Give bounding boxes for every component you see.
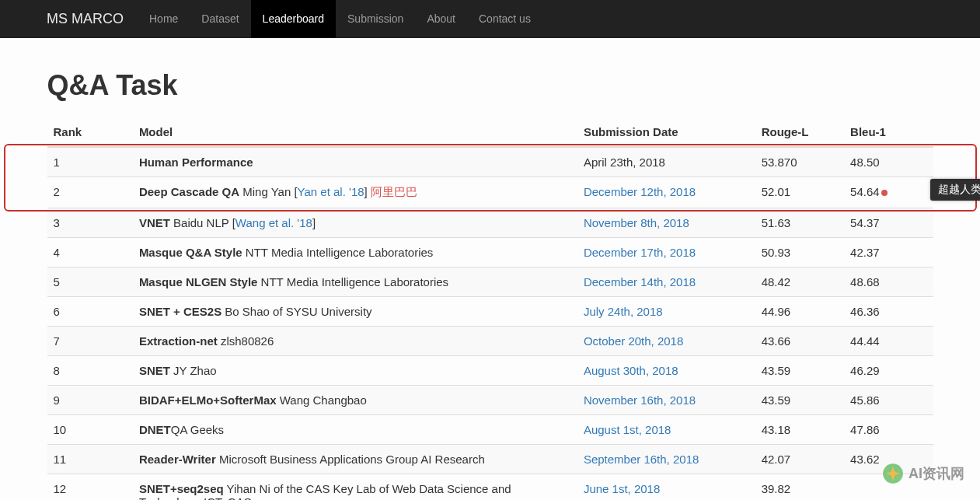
navbar: MS MARCO HomeDatasetLeaderboardSubmissio… bbox=[0, 0, 980, 38]
cell-bleu-1: 47.86 bbox=[844, 415, 933, 445]
nav-item-home[interactable]: Home bbox=[138, 0, 190, 38]
watermark-icon bbox=[882, 463, 904, 484]
brand[interactable]: MS MARCO bbox=[47, 11, 124, 27]
cell-rouge-l: 43.59 bbox=[755, 386, 844, 415]
cell-model: SNET + CES2S Bo Shao of SYSU University bbox=[133, 297, 577, 327]
nav-item-submission[interactable]: Submission bbox=[336, 0, 415, 38]
cell-rank: 5 bbox=[47, 267, 133, 297]
page-title: Q&A Task bbox=[47, 69, 933, 102]
model-affiliation: NTT Media Intelligence Laboratories bbox=[242, 246, 434, 259]
cell-bleu-1: 42.37 bbox=[844, 238, 933, 267]
table-header-row: Rank Model Submission Date Rouge-L Bleu-… bbox=[47, 117, 933, 147]
cell-model: Deep Cascade QA Ming Yan [Yan et al. '18… bbox=[133, 177, 577, 208]
indicator-dot-icon bbox=[881, 190, 888, 196]
citation-link[interactable]: Wang et al. '18 bbox=[235, 216, 312, 229]
model-affiliation: Bo Shao of SYSU University bbox=[221, 305, 371, 318]
table-row: 8SNET JY ZhaoAugust 30th, 201843.5946.29 bbox=[47, 356, 933, 386]
th-rank: Rank bbox=[47, 117, 133, 147]
nav-item-about[interactable]: About bbox=[415, 0, 467, 38]
table-row: 12SNET+seq2seq Yihan Ni of the CAS Key L… bbox=[47, 474, 933, 501]
tooltip-surpass-human: 超越人类 bbox=[930, 179, 981, 201]
table-row: 6SNET + CES2S Bo Shao of SYSU University… bbox=[47, 297, 933, 327]
table-row: 7Extraction-net zlsh80826October 20th, 2… bbox=[47, 327, 933, 356]
cell-rank: 12 bbox=[47, 474, 133, 501]
model-name: SNET bbox=[139, 364, 170, 377]
cell-rouge-l: 43.18 bbox=[755, 415, 844, 445]
table-row: 2Deep Cascade QA Ming Yan [Yan et al. '1… bbox=[47, 177, 933, 208]
nav-item-contact-us[interactable]: Contact us bbox=[467, 0, 542, 38]
main-container: Q&A Task Rank Model Submission Date Roug… bbox=[47, 38, 933, 500]
cell-bleu-1: 48.50 bbox=[844, 147, 933, 177]
th-date: Submission Date bbox=[577, 117, 755, 147]
model-name: DNET bbox=[139, 423, 171, 436]
cell-date[interactable]: December 17th, 2018 bbox=[577, 238, 755, 267]
model-name: Masque Q&A Style bbox=[139, 246, 242, 259]
cell-rank: 10 bbox=[47, 415, 133, 445]
cell-rouge-l: 42.07 bbox=[755, 445, 844, 474]
cell-rank: 6 bbox=[47, 297, 133, 327]
model-affiliation: Ming Yan [ bbox=[239, 185, 298, 198]
model-name: Human Performance bbox=[139, 156, 253, 169]
model-name: Masque NLGEN Style bbox=[139, 275, 258, 288]
cell-bleu-1: 54.37 bbox=[844, 208, 933, 238]
cell-rank: 3 bbox=[47, 208, 133, 238]
cell-model: SNET+seq2seq Yihan Ni of the CAS Key Lab… bbox=[133, 474, 577, 501]
cell-model: Reader-Writer Microsoft Business Applica… bbox=[133, 445, 577, 474]
model-name: VNET bbox=[139, 216, 170, 229]
cell-model: Human Performance bbox=[133, 147, 577, 177]
model-name: Deep Cascade QA bbox=[139, 185, 239, 198]
cell-date[interactable]: June 1st, 2018 bbox=[577, 474, 755, 501]
cell-rouge-l: 43.66 bbox=[755, 327, 844, 356]
cell-model: DNETQA Geeks bbox=[133, 415, 577, 445]
cell-rank: 2 bbox=[47, 177, 133, 208]
cell-rank: 1 bbox=[47, 147, 133, 177]
th-bleu: Bleu-1 bbox=[844, 117, 933, 147]
cell-model: VNET Baidu NLP [Wang et al. '18] bbox=[133, 208, 577, 238]
org-link[interactable]: 阿里巴巴 bbox=[371, 185, 417, 198]
table-row: 11Reader-Writer Microsoft Business Appli… bbox=[47, 445, 933, 474]
model-name: SNET + CES2S bbox=[139, 305, 221, 318]
cell-rouge-l: 50.93 bbox=[755, 238, 844, 267]
model-affiliation: Microsoft Business Applications Group AI… bbox=[216, 453, 485, 466]
citation-link[interactable]: Yan et al. '18 bbox=[298, 185, 364, 198]
cell-model: SNET JY Zhao bbox=[133, 356, 577, 386]
cell-date[interactable]: December 14th, 2018 bbox=[577, 267, 755, 297]
cell-date: April 23th, 2018 bbox=[577, 147, 755, 177]
cell-date[interactable]: December 12th, 2018 bbox=[577, 177, 755, 208]
cell-model: Extraction-net zlsh80826 bbox=[133, 327, 577, 356]
cell-rank: 7 bbox=[47, 327, 133, 356]
model-affiliation: JY Zhao bbox=[170, 364, 217, 377]
cell-bleu-1: 48.68 bbox=[844, 267, 933, 297]
cell-date[interactable]: August 30th, 2018 bbox=[577, 356, 755, 386]
cell-rank: 4 bbox=[47, 238, 133, 267]
cell-date[interactable]: November 16th, 2018 bbox=[577, 386, 755, 415]
model-affiliation: Baidu NLP [ bbox=[170, 216, 235, 229]
nav-item-leaderboard[interactable]: Leaderboard bbox=[251, 0, 336, 38]
table-body: 1Human PerformanceApril 23th, 201853.870… bbox=[47, 147, 933, 500]
cell-bleu-1: 44.44 bbox=[844, 327, 933, 356]
watermark-text: AI资讯网 bbox=[909, 464, 964, 483]
model-affiliation: QA Geeks bbox=[171, 423, 224, 436]
cell-rouge-l: 48.42 bbox=[755, 267, 844, 297]
cell-date[interactable]: October 20th, 2018 bbox=[577, 327, 755, 356]
model-name: Extraction-net bbox=[139, 334, 218, 348]
th-rouge: Rouge-L bbox=[755, 117, 844, 147]
table-row: 3VNET Baidu NLP [Wang et al. '18]Novembe… bbox=[47, 208, 933, 238]
cell-bleu-1: 45.86 bbox=[844, 386, 933, 415]
watermark: AI资讯网 bbox=[882, 463, 964, 484]
cell-model: BIDAF+ELMo+SofterMax Wang Changbao bbox=[133, 386, 577, 415]
cell-bleu-1: 46.29 bbox=[844, 356, 933, 386]
cell-date[interactable]: November 8th, 2018 bbox=[577, 208, 755, 238]
cell-rouge-l: 39.82 bbox=[755, 474, 844, 501]
model-affiliation: Wang Changbao bbox=[277, 393, 367, 407]
cell-date[interactable]: September 16th, 2018 bbox=[577, 445, 755, 474]
th-model: Model bbox=[133, 117, 577, 147]
cell-bleu-1: 46.36 bbox=[844, 297, 933, 327]
cell-date[interactable]: August 1st, 2018 bbox=[577, 415, 755, 445]
table-row: 1Human PerformanceApril 23th, 201853.870… bbox=[47, 147, 933, 177]
cell-date[interactable]: July 24th, 2018 bbox=[577, 297, 755, 327]
cell-rouge-l: 44.96 bbox=[755, 297, 844, 327]
model-name: Reader-Writer bbox=[139, 453, 216, 466]
nav-item-dataset[interactable]: Dataset bbox=[190, 0, 250, 38]
table-row: 9BIDAF+ELMo+SofterMax Wang ChangbaoNovem… bbox=[47, 386, 933, 415]
